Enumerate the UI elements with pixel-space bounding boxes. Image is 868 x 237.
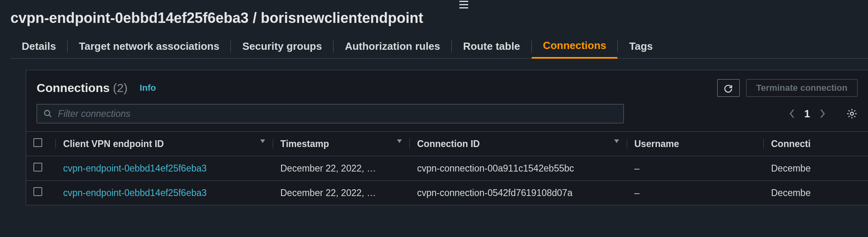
svg-point-0 [45,110,50,116]
svg-point-2 [850,112,853,115]
cell-username: – [627,181,764,205]
next-page-button[interactable] [819,108,826,119]
connections-table: Client VPN endpoint ID Timestamp Connect… [26,131,868,205]
cell-timestamp: December 22, 2022, … [273,156,410,181]
search-icon [43,109,52,118]
svg-marker-3 [260,139,265,143]
prev-page-button[interactable] [788,108,796,119]
panel-header: Connections (2) Info Terminate connectio… [26,70,868,104]
column-header-timestamp[interactable]: Timestamp [273,132,410,156]
select-all-header [26,132,56,156]
tab-target-network-associations[interactable]: Target network associations [68,35,230,59]
panel-count: (2) [113,81,128,95]
row-checkbox[interactable] [33,163,42,172]
hamburger-icon[interactable] [459,0,468,9]
svg-line-1 [49,115,51,117]
gear-icon [846,108,858,119]
cell-connection-established: Decembe [764,156,868,181]
sort-icon[interactable] [396,139,403,143]
connections-panel: Connections (2) Info Terminate connectio… [26,70,868,205]
tab-security-groups[interactable]: Security groups [231,35,333,59]
page-title: cvpn-endpoint-0ebbd14ef25f6eba3 / borisn… [10,10,423,27]
column-header-username[interactable]: Username [627,132,764,156]
table-header-row: Client VPN endpoint ID Timestamp Connect… [26,132,868,156]
search-box[interactable] [37,104,624,123]
refresh-button[interactable] [717,79,740,97]
cell-connection-id: cvpn-connection-00a911c1542eb55bc [410,156,627,181]
cell-connection-id: cvpn-connection-0542fd7619108d07a [410,181,627,205]
column-label: Username [634,139,679,149]
tabs-bar: Details Target network associations Secu… [10,35,868,59]
endpoint-id-link[interactable]: cvpn-endpoint-0ebbd14ef25f6eba3 [63,163,207,174]
svg-marker-5 [614,139,619,143]
endpoint-id-link[interactable]: cvpn-endpoint-0ebbd14ef25f6eba3 [63,188,207,198]
settings-button[interactable] [846,108,858,119]
column-label: Timestamp [280,139,329,149]
column-label: Client VPN endpoint ID [63,139,164,149]
info-link[interactable]: Info [140,83,156,93]
tab-details[interactable]: Details [10,35,67,59]
cell-username: – [627,156,764,181]
column-header-connection-id[interactable]: Connection ID [410,132,627,156]
cell-connection-established: Decembe [764,181,868,205]
panel-title: Connections [37,81,110,95]
column-label: Connecti [771,139,810,149]
page-number: 1 [804,108,810,120]
cell-timestamp: December 22, 2022, … [273,181,410,205]
terminate-connection-button[interactable]: Terminate connection [746,79,858,97]
tab-tags[interactable]: Tags [618,35,664,59]
filter-connections-input[interactable] [58,108,617,119]
column-label: Connection ID [417,139,480,149]
table-row[interactable]: cvpn-endpoint-0ebbd14ef25f6eba3 December… [26,181,868,205]
tab-authorization-rules[interactable]: Authorization rules [333,35,451,59]
sort-icon[interactable] [613,139,620,143]
tab-connections[interactable]: Connections [532,35,617,59]
sort-icon[interactable] [259,139,266,143]
column-header-endpoint-id[interactable]: Client VPN endpoint ID [56,132,273,156]
column-header-connection-established[interactable]: Connecti [764,132,868,156]
svg-marker-4 [397,139,402,143]
tab-route-table[interactable]: Route table [452,35,531,59]
table-row[interactable]: cvpn-endpoint-0ebbd14ef25f6eba3 December… [26,156,868,181]
filter-row: 1 [26,104,868,131]
pagination: 1 [788,108,858,120]
select-all-checkbox[interactable] [33,138,42,147]
refresh-icon [724,83,733,93]
row-checkbox[interactable] [33,187,42,196]
